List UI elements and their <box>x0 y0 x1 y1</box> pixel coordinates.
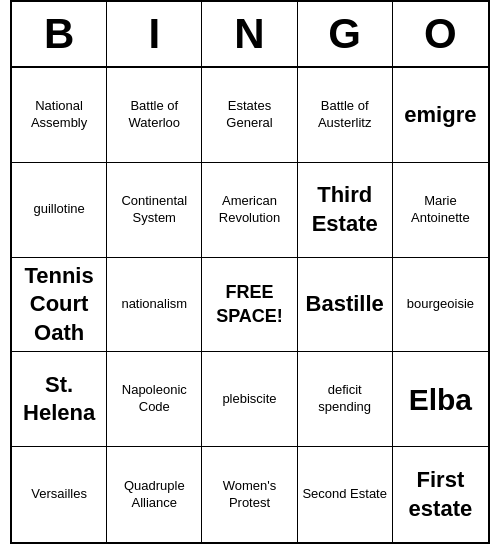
bingo-cell-1: Battle of Waterloo <box>107 68 202 163</box>
bingo-cell-17: plebiscite <box>202 352 297 447</box>
bingo-cell-3: Battle of Austerlitz <box>298 68 393 163</box>
letter-g: G <box>298 2 393 66</box>
bingo-cell-15: St. Helena <box>12 352 107 447</box>
bingo-cell-2: Estates General <box>202 68 297 163</box>
bingo-header: B I N G O <box>12 2 488 68</box>
bingo-cell-14: bourgeoisie <box>393 258 488 353</box>
bingo-cell-22: Women's Protest <box>202 447 297 542</box>
letter-n: N <box>202 2 297 66</box>
bingo-cell-12: FREE SPACE! <box>202 258 297 353</box>
bingo-cell-6: Continental System <box>107 163 202 258</box>
bingo-cell-5: guillotine <box>12 163 107 258</box>
bingo-cell-24: First estate <box>393 447 488 542</box>
bingo-cell-4: emigre <box>393 68 488 163</box>
bingo-cell-7: American Revolution <box>202 163 297 258</box>
bingo-cell-19: Elba <box>393 352 488 447</box>
letter-i: I <box>107 2 202 66</box>
bingo-card: B I N G O National AssemblyBattle of Wat… <box>10 0 490 544</box>
letter-b: B <box>12 2 107 66</box>
bingo-cell-20: Versailles <box>12 447 107 542</box>
bingo-grid: National AssemblyBattle of WaterlooEstat… <box>12 68 488 542</box>
bingo-cell-10: Tennis Court Oath <box>12 258 107 353</box>
bingo-cell-23: Second Estate <box>298 447 393 542</box>
bingo-cell-21: Quadruple Alliance <box>107 447 202 542</box>
bingo-cell-16: Napoleonic Code <box>107 352 202 447</box>
bingo-cell-18: deficit spending <box>298 352 393 447</box>
bingo-cell-9: Marie Antoinette <box>393 163 488 258</box>
letter-o: O <box>393 2 488 66</box>
bingo-cell-11: nationalism <box>107 258 202 353</box>
bingo-cell-8: Third Estate <box>298 163 393 258</box>
bingo-cell-13: Bastille <box>298 258 393 353</box>
bingo-cell-0: National Assembly <box>12 68 107 163</box>
